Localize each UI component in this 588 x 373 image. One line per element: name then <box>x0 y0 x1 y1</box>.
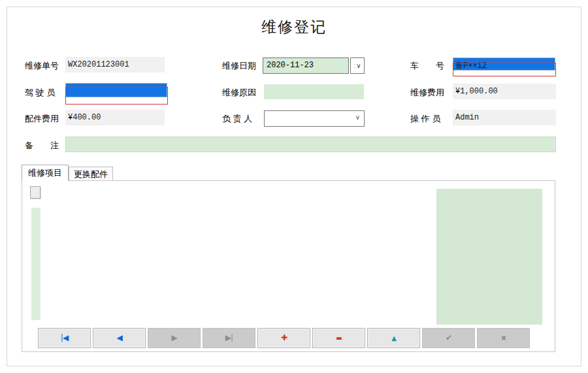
page-title: 维修登记 <box>0 17 588 37</box>
operator-label: 操 作 员 <box>410 113 440 125</box>
manager-combobox[interactable]: ∨ <box>264 110 365 127</box>
next-record-icon: ▶ <box>171 333 176 342</box>
nav-delete-button[interactable]: ▬ <box>312 328 365 348</box>
nav-insert-button[interactable]: ✚ <box>257 328 310 348</box>
post-record-icon: ✔ <box>446 333 451 342</box>
remark-input[interactable] <box>65 137 556 152</box>
nav-post-button: ✔ <box>422 328 475 348</box>
focus-mark: : <box>353 62 355 69</box>
repair-date-input[interactable]: 2020-11-23 <box>263 57 349 74</box>
driver-input[interactable] <box>65 82 168 105</box>
nav-edit-button[interactable]: ▲ <box>367 328 420 348</box>
repair-reason-input[interactable] <box>264 84 364 99</box>
nav-next-button: ▶ <box>148 328 201 348</box>
grid-corner-button[interactable] <box>30 186 41 199</box>
last-record-icon: ▶| <box>225 333 233 342</box>
first-record-icon: |◀ <box>61 333 68 342</box>
repair-registration-screen: { "title": "维修登记", "form": { "repair_no"… <box>0 0 588 373</box>
nav-cancel-button: ✖ <box>477 328 530 348</box>
tab-repair-items[interactable]: 维修项目 <box>22 165 69 181</box>
vehicle-no-label: 车 号 <box>410 60 444 72</box>
repair-cost-field: ¥1,000.00 <box>453 84 556 99</box>
grid-indicator-column <box>31 208 41 320</box>
parts-cost-field: ¥400.00 <box>65 110 165 125</box>
vehicle-no-input[interactable]: 鲁P××12 <box>453 57 556 78</box>
remark-label: 备 注 <box>25 140 59 152</box>
repair-no-label: 维修单号 <box>25 60 59 72</box>
tab-replaced-parts[interactable]: 更换配件 <box>69 167 113 181</box>
repair-reason-label: 维修原因 <box>222 87 256 99</box>
repair-cost-label: 维修费用 <box>410 87 444 99</box>
nav-prior-button[interactable]: ◀ <box>93 328 146 348</box>
vehicle-no-validation-outline <box>453 63 556 76</box>
operator-field: Admin <box>453 110 556 125</box>
prior-record-icon: ◀ <box>116 333 122 342</box>
nav-last-button: ▶| <box>203 328 255 348</box>
grid-side-panel <box>436 189 542 325</box>
chevron-down-icon: ∨ <box>356 62 361 69</box>
repair-date-label: 维修日期 <box>222 60 256 72</box>
repair-no-field: WX20201123001 <box>65 57 165 73</box>
manager-label: 负 责 人 <box>222 113 252 125</box>
manager-value <box>265 111 270 114</box>
driver-label: 驾 驶 员 <box>25 87 55 99</box>
driver-validation-outline <box>65 87 168 105</box>
repair-date-dropdown-button[interactable]: :∨ <box>350 57 365 74</box>
delete-record-icon: ▬ <box>336 334 341 342</box>
cancel-record-icon: ✖ <box>501 334 506 342</box>
insert-record-icon: ✚ <box>281 333 287 342</box>
chevron-down-icon: ∨ <box>355 114 360 121</box>
nav-first-button[interactable]: |◀ <box>38 328 91 348</box>
parts-cost-label: 配件费用 <box>25 113 59 125</box>
edit-record-icon: ▲ <box>391 334 396 342</box>
